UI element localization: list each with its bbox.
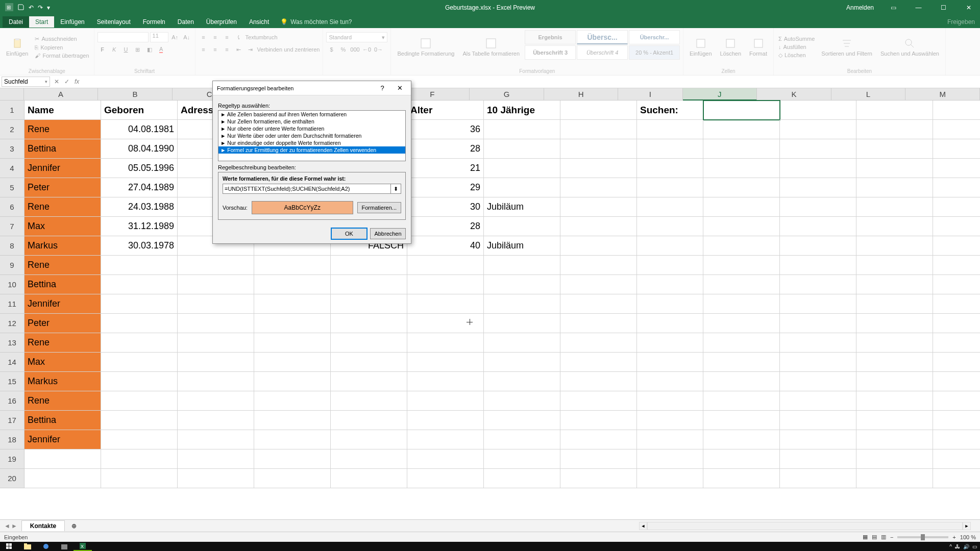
align-left-icon[interactable]: ≡	[199, 44, 209, 55]
close-icon[interactable]: ✕	[957, 0, 980, 15]
copy-button[interactable]: ⎘Kopieren	[33, 44, 90, 51]
cell-L6[interactable]	[856, 197, 933, 217]
ribbon-options-icon[interactable]: ▭	[882, 0, 905, 15]
cell-M17[interactable]	[933, 411, 980, 430]
cell-J8[interactable]	[703, 236, 780, 256]
cell-H9[interactable]	[560, 256, 637, 275]
cell-H3[interactable]	[560, 139, 637, 159]
cell-A13[interactable]: Rene	[24, 333, 101, 353]
cell-B3[interactable]: 08.04.1990	[101, 139, 178, 159]
cell-B4[interactable]: 05.05.1996	[101, 159, 178, 178]
excel-taskbar-icon[interactable]: X	[74, 542, 92, 551]
zoom-in-icon[interactable]: +	[952, 534, 955, 540]
cell-B17[interactable]	[101, 411, 178, 430]
cell-B1[interactable]: Geboren	[101, 101, 178, 120]
tab-data[interactable]: Daten	[172, 16, 200, 28]
cell-K4[interactable]	[780, 159, 856, 178]
format-cells-button[interactable]: Format	[746, 30, 770, 64]
row-header-15[interactable]: 15	[0, 372, 24, 391]
cell-E20[interactable]	[331, 469, 407, 488]
cell-M11[interactable]	[933, 294, 980, 314]
cell-J18[interactable]	[703, 430, 780, 449]
undo-icon[interactable]: ↶	[29, 4, 34, 11]
cell-D11[interactable]	[254, 294, 331, 314]
cell-H5[interactable]	[560, 178, 637, 197]
tray-network-icon[interactable]: 🖧	[955, 544, 960, 549]
sort-filter-button[interactable]: Sortieren und Filtern	[818, 30, 875, 64]
cell-I5[interactable]	[637, 178, 703, 197]
cell-F17[interactable]	[407, 411, 484, 430]
row-header-18[interactable]: 18	[0, 430, 24, 449]
cell-F13[interactable]	[407, 333, 484, 353]
cell-M1[interactable]	[933, 101, 980, 120]
cell-M2[interactable]	[933, 120, 980, 139]
cell-H11[interactable]	[560, 294, 637, 314]
cell-I8[interactable]	[637, 236, 703, 256]
cell-H13[interactable]	[560, 333, 637, 353]
cell-B5[interactable]: 27.04.1989	[101, 178, 178, 197]
rule-option-2[interactable]: ► Nur obere oder untere Werte formatiere…	[218, 125, 405, 132]
cell-I14[interactable]	[637, 353, 703, 372]
cell-K20[interactable]	[780, 469, 856, 488]
cell-F14[interactable]	[407, 353, 484, 372]
cell-A9[interactable]: Rene	[24, 256, 101, 275]
sheet-next-icon[interactable]: ►	[11, 522, 17, 530]
cell-F1[interactable]: Alter	[407, 101, 484, 120]
cell-K6[interactable]	[780, 197, 856, 217]
cell-G3[interactable]	[484, 139, 560, 159]
cell-K12[interactable]	[780, 314, 856, 333]
delete-cells-button[interactable]: Löschen	[717, 30, 745, 64]
style-ergebnis[interactable]: Ergebnis	[525, 30, 576, 44]
cell-J14[interactable]	[703, 353, 780, 372]
cell-M10[interactable]	[933, 275, 980, 294]
cell-H18[interactable]	[560, 430, 637, 449]
cell-K2[interactable]	[780, 120, 856, 139]
cell-G12[interactable]	[484, 314, 560, 333]
cell-I20[interactable]	[637, 469, 703, 488]
clear-button[interactable]: ◇Löschen	[777, 52, 816, 59]
indent-dec-icon[interactable]: ⇤	[234, 44, 244, 55]
cell-K1[interactable]	[780, 101, 856, 120]
cell-F2[interactable]: 36	[407, 120, 484, 139]
cell-H17[interactable]	[560, 411, 637, 430]
style-ueber2[interactable]: Überschr...	[629, 30, 680, 44]
cell-F9[interactable]	[407, 256, 484, 275]
cell-H4[interactable]	[560, 159, 637, 178]
cell-A17[interactable]: Bettina	[24, 411, 101, 430]
cell-M5[interactable]	[933, 178, 980, 197]
bold-button[interactable]: F	[97, 44, 108, 55]
cell-I13[interactable]	[637, 333, 703, 353]
tray-volume-icon[interactable]: 🔊	[963, 544, 969, 549]
cell-L17[interactable]	[856, 411, 933, 430]
col-header-A[interactable]: A	[24, 88, 99, 101]
cell-F6[interactable]: 30	[407, 197, 484, 217]
row-header-17[interactable]: 17	[0, 411, 24, 430]
cell-H12[interactable]	[560, 314, 637, 333]
format-table-button[interactable]: Als Tabelle formatieren	[459, 30, 523, 64]
cell-K11[interactable]	[780, 294, 856, 314]
align-middle-icon[interactable]: ≡	[210, 32, 220, 42]
redo-icon[interactable]: ↷	[38, 4, 43, 11]
style-ueber3[interactable]: Überschrift 3	[525, 45, 576, 60]
cell-J20[interactable]	[703, 469, 780, 488]
cancel-button[interactable]: Abbrechen	[370, 228, 406, 239]
cut-button[interactable]: ✂Ausschneiden	[33, 35, 90, 43]
cell-I17[interactable]	[637, 411, 703, 430]
italic-button[interactable]: K	[109, 44, 119, 55]
cell-M19[interactable]	[933, 449, 980, 469]
cell-I1[interactable]: Suchen:	[637, 101, 703, 120]
cell-D19[interactable]	[254, 449, 331, 469]
cell-L18[interactable]	[856, 430, 933, 449]
cell-C17[interactable]	[178, 411, 254, 430]
maximize-icon[interactable]: ☐	[932, 0, 955, 15]
range-picker-icon[interactable]: ⬍	[391, 184, 401, 194]
row-header-7[interactable]: 7	[0, 217, 24, 236]
cell-F11[interactable]	[407, 294, 484, 314]
cell-C10[interactable]	[178, 275, 254, 294]
cell-C18[interactable]	[178, 430, 254, 449]
cell-H2[interactable]	[560, 120, 637, 139]
cell-J15[interactable]	[703, 372, 780, 391]
tab-layout[interactable]: Seitenlayout	[91, 16, 137, 28]
cell-L16[interactable]	[856, 391, 933, 411]
cell-H10[interactable]	[560, 275, 637, 294]
